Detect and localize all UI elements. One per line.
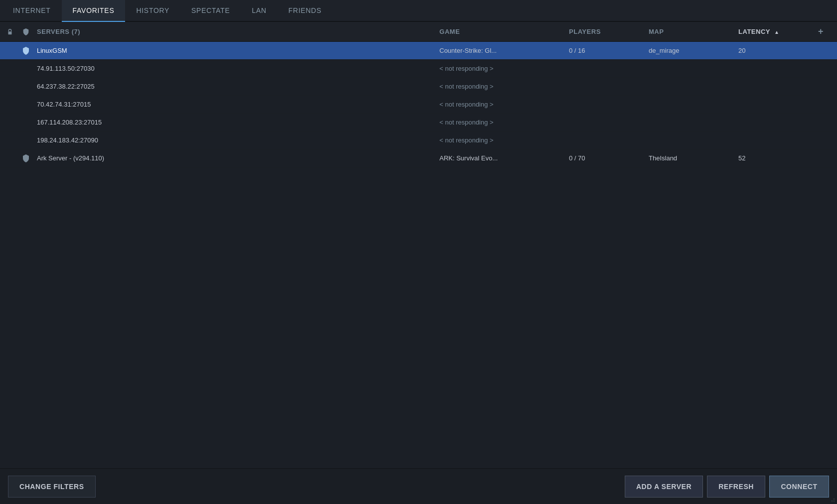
bottom-bar: CHANGE FILTERS ADD A SERVER REFRESH CONN… xyxy=(0,468,837,504)
server-map: de_mirage xyxy=(646,47,735,54)
server-latency: 52 xyxy=(735,154,815,162)
svg-rect-0 xyxy=(8,31,12,34)
svg-point-1 xyxy=(834,501,835,502)
col-servers[interactable]: SERVERS (7) xyxy=(34,28,436,35)
sort-arrow-icon: ▲ xyxy=(774,29,779,35)
table-row[interactable]: Ark Server - (v294.110) ARK: Survival Ev… xyxy=(0,149,837,167)
table-row[interactable]: 167.114.208.23:27015 < not responding > xyxy=(0,114,837,131)
col-lock[interactable] xyxy=(2,28,18,35)
tab-lan[interactable]: LAN xyxy=(241,0,278,22)
connect-button[interactable]: CONNECT xyxy=(769,476,829,498)
server-name: Ark Server - (v294.110) xyxy=(34,154,436,162)
tab-friends[interactable]: FRIENDS xyxy=(278,0,332,22)
server-game: ARK: Survival Evo... xyxy=(436,154,566,162)
change-filters-button[interactable]: CHANGE FILTERS xyxy=(8,476,96,498)
shield-cell xyxy=(18,46,34,55)
shield-cell xyxy=(18,154,34,163)
table-row[interactable]: 198.24.183.42:27090 < not responding > xyxy=(0,131,837,149)
table-row[interactable]: 64.237.38.22:27025 < not responding > xyxy=(0,78,837,96)
svg-point-3 xyxy=(834,499,835,500)
tabs-bar: INTERNETFAVORITESHISTORYSPECTATELANFRIEN… xyxy=(0,0,837,22)
refresh-button[interactable]: REFRESH xyxy=(707,476,765,498)
server-game: < not responding > xyxy=(436,83,566,90)
server-players: 0 / 70 xyxy=(566,154,646,162)
server-game: < not responding > xyxy=(436,65,566,72)
tab-internet[interactable]: INTERNET xyxy=(2,0,62,22)
tab-spectate[interactable]: SPECTATE xyxy=(180,0,241,22)
column-headers: SERVERS (7) GAME PLAYERS MAP LATENCY ▲ + xyxy=(0,22,837,42)
server-name: 198.24.183.42:27090 xyxy=(34,136,436,144)
server-name: 167.114.208.23:27015 xyxy=(34,119,436,126)
server-name: 70.42.74.31:27015 xyxy=(34,101,436,108)
server-game: < not responding > xyxy=(436,101,566,108)
col-map[interactable]: MAP xyxy=(646,28,735,35)
bottom-left: CHANGE FILTERS xyxy=(8,476,96,498)
col-shield[interactable] xyxy=(18,28,34,36)
server-game: Counter-Strike: Gl... xyxy=(436,47,566,54)
main-content: SERVERS (7) GAME PLAYERS MAP LATENCY ▲ +… xyxy=(0,22,837,504)
server-name: 64.237.38.22:27025 xyxy=(34,83,436,90)
col-game[interactable]: GAME xyxy=(436,28,566,35)
bottom-right: ADD A SERVER REFRESH CONNECT xyxy=(625,476,829,498)
col-add[interactable]: + xyxy=(815,26,835,37)
tab-history[interactable]: HISTORY xyxy=(125,0,180,22)
table-row[interactable]: 74.91.113.50:27030 < not responding > xyxy=(0,60,837,78)
server-name: 74.91.113.50:27030 xyxy=(34,65,436,72)
add-server-plus-icon[interactable]: + xyxy=(818,26,824,36)
svg-point-2 xyxy=(832,501,833,502)
add-a-server-button[interactable]: ADD A SERVER xyxy=(625,476,703,498)
table-row[interactable]: 70.42.74.31:27015 < not responding > xyxy=(0,96,837,114)
server-latency: 20 xyxy=(735,47,815,54)
col-latency[interactable]: LATENCY ▲ xyxy=(735,28,815,35)
server-list-container: SERVERS (7) GAME PLAYERS MAP LATENCY ▲ +… xyxy=(0,22,837,468)
server-game: < not responding > xyxy=(436,119,566,126)
server-game: < not responding > xyxy=(436,136,566,144)
tab-favorites[interactable]: FAVORITES xyxy=(62,0,126,22)
server-name: LinuxGSM xyxy=(34,47,436,54)
server-map: TheIsland xyxy=(646,154,735,162)
server-players: 0 / 16 xyxy=(566,47,646,54)
col-players[interactable]: PLAYERS xyxy=(566,28,646,35)
table-row[interactable]: LinuxGSM Counter-Strike: Gl... 0 / 16 de… xyxy=(0,42,837,60)
server-rows: LinuxGSM Counter-Strike: Gl... 0 / 16 de… xyxy=(0,42,837,468)
